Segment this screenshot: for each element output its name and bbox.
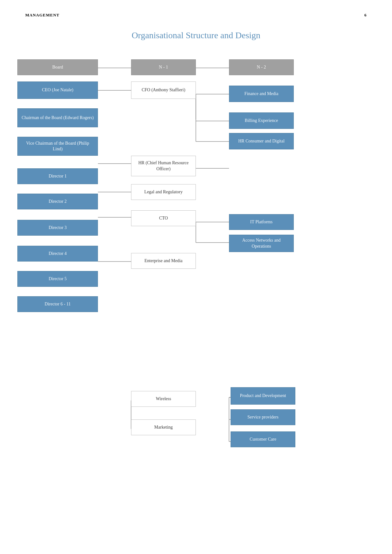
connector-lines — [0, 56, 392, 530]
ceo-box: CEO (Joe Natale) — [17, 81, 98, 99]
product-dev-box: Product and Development — [231, 387, 295, 405]
hr-chief-box: HR (Chief Human Resource Officer) — [131, 156, 196, 176]
chairman-box: Chairman of the Board (Edward Rogers) — [17, 108, 98, 127]
vice-chairman-box: Vice Chairman of the Board (Philip Lind) — [17, 137, 98, 156]
director2-box: Director 2 — [17, 194, 98, 209]
director3-box: Director 3 — [17, 220, 98, 236]
billing-exp-box: Billing Experience — [229, 112, 294, 129]
wireless-box: Wireless — [131, 391, 196, 407]
col-header-n2: N - 2 — [229, 59, 294, 75]
col-header-n1: N - 1 — [131, 59, 196, 75]
service-providers-box: Service providers — [231, 409, 295, 425]
enterprise-box: Enterprise and Media — [131, 253, 196, 269]
director6-box: Director 6 - 11 — [17, 296, 98, 312]
it-platforms-box: IT Platforms — [229, 214, 294, 230]
header-left: MANAGEMENT — [25, 13, 59, 18]
col-header-board: Board — [17, 59, 98, 75]
customer-care-box: Customer Care — [231, 431, 295, 447]
page-title: Organisational Structure and Design — [0, 24, 392, 56]
hr-consumer-box: HR Consumer and Digital — [229, 133, 294, 149]
access-networks-box: Access Networks and Operations — [229, 235, 294, 252]
director1-box: Director 1 — [17, 168, 98, 184]
header-right: 6 — [365, 13, 367, 18]
org-chart: Board N - 1 N - 2 CEO (Joe Natale) CFO (… — [0, 56, 392, 530]
cto-box: CTO — [131, 210, 196, 226]
cfo-box: CFO (Anthony Staffieri) — [131, 81, 196, 99]
finance-media-box: Finance and Media — [229, 86, 294, 102]
director4-box: Director 4 — [17, 246, 98, 262]
legal-box: Legal and Regulatory — [131, 184, 196, 200]
director5-box: Director 5 — [17, 271, 98, 287]
marketing-box: Marketing — [131, 419, 196, 435]
